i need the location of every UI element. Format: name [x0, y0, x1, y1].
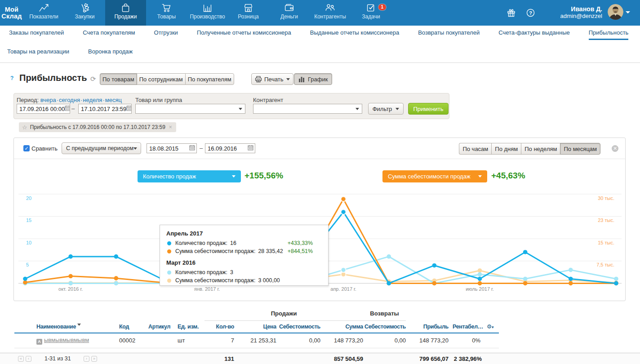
first-page-button[interactable]: «	[18, 356, 24, 362]
gift-icon[interactable]	[506, 8, 516, 18]
compare-date-from-input[interactable]: 18.08.2015	[147, 143, 197, 153]
chart-point[interactable]	[432, 263, 437, 268]
date-from-input[interactable]: 17.09.2016 00:00	[17, 104, 70, 114]
calendar-icon[interactable]	[126, 105, 132, 112]
chart-point[interactable]	[114, 276, 119, 280]
nav-item-tasks[interactable]: Задачи1	[351, 0, 391, 26]
product-link[interactable]: ывмывмывмывм	[44, 337, 89, 343]
tab-item[interactable]: Счета-фактуры выданные	[498, 29, 570, 39]
star-icon[interactable]: ☆	[22, 124, 27, 131]
tab-item[interactable]: Заказы покупателей	[9, 29, 64, 39]
chart-point[interactable]	[341, 267, 346, 272]
column-header[interactable]: Сумма	[320, 320, 363, 333]
column-header[interactable]: Рентабел…	[449, 320, 483, 333]
chart-point[interactable]	[341, 209, 346, 214]
calendar-icon[interactable]	[248, 145, 253, 152]
saved-filter-chip[interactable]: ☆ Прибыльность с 17.09.2016 00:00 по 17.…	[19, 122, 176, 132]
compare-checkbox[interactable]: ✓	[23, 145, 30, 151]
user-info[interactable]: Иванов Д. admin@denzzel	[560, 5, 602, 20]
nav-item-goods[interactable]: Товары	[146, 0, 187, 26]
tab-item[interactable]: Счета покупателям	[83, 29, 135, 39]
tab-item[interactable]: Полученные отчеты комиссионера	[197, 29, 291, 39]
chart-point[interactable]	[387, 254, 391, 259]
user-menu-caret-icon[interactable]	[626, 11, 630, 13]
chart-point[interactable]	[114, 254, 119, 259]
period-link[interactable]: сегодня	[59, 97, 80, 103]
nav-item-partners[interactable]: Контрагенты	[310, 0, 351, 26]
chart-point[interactable]	[478, 281, 482, 286]
app-logo[interactable]: Мой Склад	[0, 0, 23, 26]
column-header[interactable]: Ед. изм.	[178, 320, 204, 333]
tab-item[interactable]: Возвраты покупателей	[418, 29, 480, 39]
tab-item[interactable]: Воронка продаж	[88, 48, 133, 58]
print-button[interactable]: Печать	[251, 73, 293, 85]
apply-button[interactable]: Применить	[408, 103, 449, 115]
chart-point[interactable]	[478, 272, 482, 277]
tab-item[interactable]: Отгрузки	[154, 29, 178, 39]
granularity-button[interactable]: По месяцам	[560, 143, 600, 155]
help-icon[interactable]: ?	[525, 8, 535, 18]
last-page-button[interactable]: »	[91, 356, 97, 362]
column-header[interactable]: Артикул	[148, 320, 178, 333]
view-button[interactable]: По покупателям	[185, 73, 234, 85]
page-help-icon[interactable]: ?	[10, 75, 13, 81]
chart-point[interactable]	[569, 277, 573, 281]
chip-close-icon[interactable]: ×	[169, 124, 172, 130]
column-header[interactable]: Цена	[234, 320, 276, 333]
calendar-icon[interactable]	[189, 145, 195, 152]
granularity-button[interactable]: По неделям	[521, 143, 560, 155]
gear-icon[interactable]: ⚙▾	[483, 324, 493, 330]
next-page-button[interactable]: ›	[84, 356, 89, 362]
chart-point[interactable]	[478, 277, 482, 281]
chart-point[interactable]	[341, 197, 346, 202]
chart-point[interactable]	[569, 281, 573, 286]
refresh-icon[interactable]: ⟳	[90, 75, 96, 83]
column-header[interactable]: Код	[119, 320, 148, 333]
nav-item-production[interactable]: Производство	[187, 0, 228, 26]
column-header[interactable]: Кол-во	[204, 320, 234, 333]
close-compare-icon[interactable]: ✕	[612, 145, 618, 152]
product-combo[interactable]	[135, 104, 245, 114]
series-selector-quantity[interactable]: Количество продаж	[138, 170, 241, 182]
chart-point[interactable]	[569, 268, 573, 272]
chart-point[interactable]	[614, 277, 618, 281]
filter-button[interactable]: Фильтр	[368, 103, 404, 115]
chart-point[interactable]	[614, 281, 618, 286]
calendar-icon[interactable]	[65, 105, 70, 112]
period-link[interactable]: месяц	[105, 97, 122, 103]
column-header[interactable]: Прибыль	[406, 320, 449, 333]
series-selector-cost[interactable]: Сумма себестоимости продаж	[382, 170, 487, 182]
chart-point[interactable]	[523, 277, 528, 281]
chart-point[interactable]	[68, 281, 73, 286]
tab-item[interactable]: Товары на реализации	[7, 48, 69, 58]
tab-item[interactable]: Выданные отчеты комиссионера	[310, 29, 399, 39]
chart-point[interactable]	[68, 274, 73, 279]
column-header[interactable]: Себестоимость	[276, 320, 320, 333]
granularity-button[interactable]: По дням	[491, 143, 521, 155]
chart-point[interactable]	[114, 281, 119, 286]
chart-point[interactable]	[68, 254, 73, 259]
chart-point[interactable]	[523, 281, 528, 286]
tab-active[interactable]: Прибыльность	[589, 29, 629, 40]
column-header[interactable]: Наименование	[14, 320, 119, 333]
nav-item-retail[interactable]: Розница	[228, 0, 269, 26]
chart-point[interactable]	[387, 281, 391, 286]
nav-item-money[interactable]: Деньги	[269, 0, 310, 26]
prev-page-button[interactable]: ‹	[26, 356, 31, 362]
view-button[interactable]: По товарам	[100, 73, 137, 85]
date-to-input[interactable]: 17.10.2017 23:59	[78, 104, 132, 114]
column-header[interactable]: Себестоимость	[363, 320, 406, 333]
nav-item-purchases[interactable]: Закупки	[64, 0, 105, 26]
agent-combo[interactable]	[253, 104, 362, 114]
compare-date-to-input[interactable]: 16.09.2016	[205, 143, 255, 153]
view-button[interactable]: По сотрудникам	[137, 73, 185, 85]
graph-toggle-button[interactable]: График	[294, 73, 332, 85]
chart-point[interactable]	[432, 281, 437, 286]
period-link[interactable]: вчера	[40, 97, 56, 103]
chart-point[interactable]	[23, 277, 27, 281]
period-link[interactable]: неделя	[83, 97, 102, 103]
avatar[interactable]	[608, 4, 623, 20]
nav-item-sales[interactable]: Продажи	[105, 0, 146, 26]
granularity-button[interactable]: По часам	[459, 143, 491, 155]
nav-item-indicators[interactable]: Показатели	[23, 0, 64, 26]
